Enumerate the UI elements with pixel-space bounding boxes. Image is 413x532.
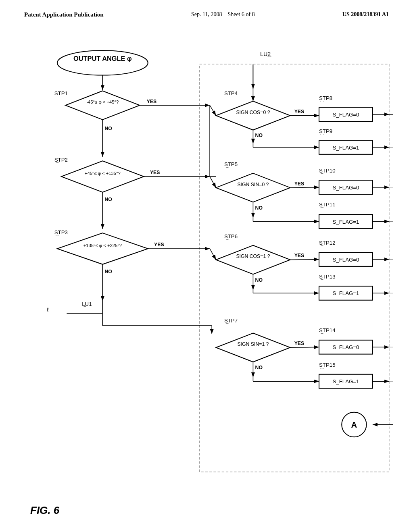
svg-text:NO: NO bbox=[255, 133, 263, 138]
svg-text:S_FLAG=0: S_FLAG=0 bbox=[332, 257, 359, 263]
svg-text:NO: NO bbox=[104, 269, 112, 274]
svg-text:+135°≤ φ < +225°?: +135°≤ φ < +225°? bbox=[83, 243, 122, 248]
svg-text:YES: YES bbox=[150, 170, 160, 175]
svg-line-50 bbox=[290, 187, 319, 188]
svg-marker-8 bbox=[65, 91, 140, 120]
svg-text:YES: YES bbox=[294, 341, 305, 346]
svg-text:NO: NO bbox=[255, 365, 263, 370]
svg-text:⌒: ⌒ bbox=[320, 173, 324, 178]
svg-text:⌒: ⌒ bbox=[320, 333, 324, 338]
svg-marker-63 bbox=[57, 233, 148, 264]
svg-text:STP1: STP1 bbox=[54, 90, 68, 96]
header-center: Sep. 11, 2008 Sheet 6 of 8 bbox=[191, 11, 255, 18]
svg-text:⌒: ⌒ bbox=[225, 323, 229, 328]
svg-text:YES: YES bbox=[294, 181, 305, 187]
svg-text:⌒: ⌒ bbox=[320, 100, 324, 105]
svg-text:YES: YES bbox=[147, 99, 157, 104]
svg-text:⌒: ⌒ bbox=[83, 306, 87, 311]
svg-text:S_FLAG=1: S_FLAG=1 bbox=[332, 219, 359, 225]
svg-text:SIGN COS=0 ?: SIGN COS=0 ? bbox=[236, 110, 270, 115]
diagram-area: OUTPUT ANGLE φ LU2 ⌒ STP1 -45°≤ φ < +45°… bbox=[22, 40, 393, 496]
svg-marker-35 bbox=[61, 161, 144, 192]
svg-text:⌒: ⌒ bbox=[320, 279, 324, 284]
svg-text:⌒: ⌒ bbox=[267, 56, 272, 61]
svg-text:YES: YES bbox=[154, 242, 164, 247]
svg-marker-43 bbox=[216, 173, 290, 202]
svg-line-135 bbox=[210, 177, 216, 188]
svg-text:⌒: ⌒ bbox=[225, 167, 229, 172]
svg-text:S_FLAG=1: S_FLAG=1 bbox=[332, 290, 359, 296]
svg-text:⌒: ⌒ bbox=[320, 245, 324, 250]
svg-text:⌒: ⌒ bbox=[55, 162, 60, 167]
svg-line-106 bbox=[290, 347, 319, 347]
svg-text:⌒: ⌒ bbox=[225, 239, 229, 244]
svg-text:SIGN COS=1 ?: SIGN COS=1 ? bbox=[236, 254, 270, 259]
svg-text:+45°≤ φ < +135°?: +45°≤ φ < +135°? bbox=[85, 171, 121, 176]
flowchart-svg: OUTPUT ANGLE φ LU2 ⌒ STP1 -45°≤ φ < +45°… bbox=[22, 40, 393, 496]
svg-text:⌒: ⌒ bbox=[320, 207, 324, 212]
svg-marker-71 bbox=[216, 245, 290, 274]
header-left: Patent Application Publication bbox=[24, 11, 104, 18]
svg-text:NO: NO bbox=[104, 197, 112, 202]
svg-text:SIGN SIN=0 ?: SIGN SIN=0 ? bbox=[237, 182, 269, 187]
page: Patent Application Publication Sep. 11, … bbox=[0, 0, 413, 532]
svg-line-78 bbox=[290, 260, 319, 260]
svg-point-1 bbox=[57, 50, 148, 75]
svg-line-136 bbox=[210, 249, 216, 260]
svg-text:OUTPUT ANGLE φ: OUTPUT ANGLE φ bbox=[73, 55, 132, 62]
svg-text:NO: NO bbox=[104, 126, 112, 131]
svg-text:SIGN SIN=1 ?: SIGN SIN=1 ? bbox=[237, 341, 269, 347]
svg-text:-45°≤ φ < +45°?: -45°≤ φ < +45°? bbox=[86, 100, 119, 104]
svg-text:S_FLAG=0: S_FLAG=0 bbox=[332, 344, 359, 350]
svg-text:⌒: ⌒ bbox=[320, 133, 324, 138]
svg-text:YES: YES bbox=[294, 253, 305, 258]
svg-text:NO: NO bbox=[255, 205, 263, 211]
svg-text:S_FLAG=1: S_FLAG=1 bbox=[332, 145, 359, 151]
svg-text:NO: NO bbox=[255, 277, 263, 283]
figure-label: FIG. 6 bbox=[30, 504, 59, 517]
svg-text:S_FLAG=0: S_FLAG=0 bbox=[332, 112, 359, 118]
svg-marker-99 bbox=[216, 333, 290, 362]
svg-line-134 bbox=[210, 105, 216, 116]
svg-text:S_FLAG=1: S_FLAG=1 bbox=[332, 378, 359, 384]
svg-rect-6 bbox=[200, 64, 389, 472]
svg-text:A: A bbox=[351, 420, 357, 429]
svg-text:⌒: ⌒ bbox=[55, 235, 60, 239]
svg-text:STP4: STP4 bbox=[224, 90, 238, 96]
header: Patent Application Publication Sep. 11, … bbox=[0, 0, 413, 18]
header-right: US 2008/218391 A1 bbox=[342, 11, 389, 18]
svg-text:S_FLAG=0: S_FLAG=0 bbox=[332, 185, 359, 191]
svg-text:ℓ: ℓ bbox=[47, 307, 49, 313]
svg-text:⌒: ⌒ bbox=[320, 368, 324, 372]
svg-text:YES: YES bbox=[294, 109, 305, 114]
svg-marker-15 bbox=[216, 101, 290, 130]
